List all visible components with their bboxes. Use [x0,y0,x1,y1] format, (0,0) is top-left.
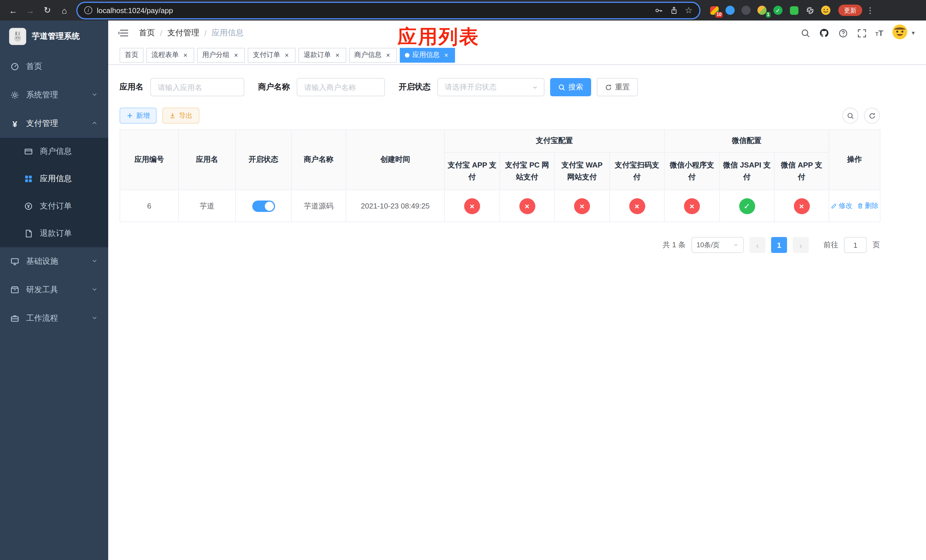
tab-label: 流程表单 [151,50,179,60]
export-button-label: 导出 [179,111,192,121]
extension-blue-icon[interactable] [725,5,736,16]
chevron-up-icon [91,119,98,128]
extensions-puzzle-icon[interactable] [804,5,816,16]
navbar-actions: TT ▼ [800,24,916,42]
sidebar-item-payment[interactable]: ¥ 支付管理 [0,109,108,138]
tab-refund-order[interactable]: 退款订单 × [298,48,346,62]
tab-payment-order[interactable]: 支付订单 × [248,48,295,62]
search-button[interactable]: 搜索 [550,78,591,96]
tab-label: 退款订单 [304,50,331,60]
browser-home-button[interactable]: ⌂ [57,3,72,18]
status-label: 开启状态 [399,82,431,92]
profile-avatar-icon[interactable] [820,5,831,16]
sidebar-item-app-info[interactable]: 应用信息 [0,165,108,192]
browser-forward-button[interactable]: → [23,3,38,18]
next-page-button[interactable]: › [793,237,809,253]
search-icon[interactable] [800,28,810,38]
url-text[interactable]: localhost:1024/pay/app [97,6,173,15]
active-dot [405,53,410,57]
page-size-value: 10条/页 [696,240,720,250]
sidebar-item-workflow[interactable]: 工作流程 [0,304,108,333]
extension-avatar-icon[interactable]: 1 [756,5,768,16]
col-header-wechat-lite: 微信小程序支付 [664,152,720,190]
status-toggle[interactable] [252,200,275,212]
sidebar-item-home[interactable]: 首页 [0,52,108,81]
sidebar-item-infrastructure[interactable]: 基础设施 [0,247,108,276]
merchant-name-input[interactable] [297,78,385,96]
screen: ← → ↻ ⌂ i localhost:1024/pay/app ☆ 10 1 [0,0,926,560]
sidebar-item-system[interactable]: 系统管理 [0,81,108,109]
tab-home[interactable]: 首页 [120,48,144,62]
pagination: 共 1 条 10条/页 ‹ 1 › 前往 页 [120,237,880,253]
sidebar-item-dev-tools[interactable]: 研发工具 [0,276,108,304]
prev-page-button[interactable]: ‹ [749,237,766,253]
tab-process-form[interactable]: 流程表单 × [146,48,194,62]
update-button[interactable]: 更新 [838,5,862,16]
password-key-icon[interactable] [654,6,663,15]
address-bar[interactable]: i localhost:1024/pay/app ☆ [77,3,699,18]
sidebar-item-payment-order[interactable]: 支付订单 [0,192,108,220]
status-select-placeholder: 请选择开启状态 [445,82,496,92]
close-icon[interactable]: × [283,51,291,59]
extension-chat-icon[interactable] [788,5,800,16]
breadcrumb-payment[interactable]: 支付管理 [168,28,199,38]
tab-user-group[interactable]: 用户分组 × [197,48,245,62]
app-name-input[interactable] [150,78,244,96]
chevron-down-icon: ▼ [911,30,916,36]
app-name-label: 应用名 [120,82,144,92]
close-icon[interactable]: × [442,51,450,59]
app-window: 芋道管理系统 首页 系统管理 ¥ 支付管理 [0,21,926,560]
browser-menu-icon[interactable]: ⋮ [864,6,876,15]
page-1-button[interactable]: 1 [771,237,787,253]
toggle-search-button[interactable] [842,107,858,124]
extension-check-icon[interactable]: ✓ [772,5,784,16]
export-button[interactable]: 导出 [162,107,199,124]
reset-button[interactable]: 重置 [597,78,638,96]
reset-button-label: 重置 [615,82,630,92]
fullscreen-icon[interactable] [856,28,867,38]
chevron-down-icon [91,91,98,100]
close-icon[interactable]: × [334,51,341,59]
briefcase-icon [10,314,20,323]
bookmark-star-icon[interactable]: ☆ [685,5,693,15]
col-header-created: 创建时间 [346,130,445,190]
cell-alipay-qr: × [610,190,664,222]
browser-back-button[interactable]: ← [6,3,21,18]
document-icon [24,229,33,238]
status-cross-icon: × [684,198,700,214]
sidebar-logo-row[interactable]: 芋道管理系统 [0,21,108,52]
github-icon[interactable] [819,28,829,38]
edit-link[interactable]: 修改 [831,201,852,211]
main-area: 应用列表 首页 / 支付管理 / 应用信息 [108,21,926,560]
browser-reload-button[interactable]: ↻ [40,3,54,18]
app-logo [9,28,26,45]
cell-app-name: 芋道 [179,190,236,222]
page-size-select[interactable]: 10条/页 [691,237,744,253]
trash-icon [857,203,863,209]
sidebar-collapse-button[interactable] [118,27,130,39]
user-menu[interactable]: ▼ [892,24,916,42]
goto-page-input[interactable] [844,237,867,253]
add-button[interactable]: 新增 [120,107,157,124]
status-select[interactable]: 请选择开启状态 [437,78,545,96]
close-icon[interactable]: × [232,51,240,59]
font-size-icon[interactable]: TT [875,29,883,38]
extension-grid-icon[interactable]: 10 [708,5,720,16]
help-icon[interactable] [838,28,848,38]
refresh-table-button[interactable] [864,107,880,124]
close-icon[interactable]: × [182,51,189,59]
close-icon[interactable]: × [384,51,392,59]
share-icon[interactable] [669,6,678,15]
site-info-icon[interactable]: i [84,6,92,14]
delete-link[interactable]: 删除 [857,201,878,211]
monitor-icon [10,257,20,266]
merchant-name-label: 商户名称 [258,82,290,92]
goto-label: 前往 [823,240,838,250]
sidebar-item-merchant-info[interactable]: 商户信息 [0,138,108,165]
breadcrumb-home[interactable]: 首页 [139,28,155,38]
table-row: 6 芋道 芋道源码 2021-10-23 08:49:25 × × × × × … [120,190,880,222]
status-cross-icon: × [629,198,645,214]
tab-merchant-info[interactable]: 商户信息 × [349,48,397,62]
extension-dark-icon[interactable] [740,5,752,16]
sidebar-item-refund-order[interactable]: 退款订单 [0,220,108,247]
